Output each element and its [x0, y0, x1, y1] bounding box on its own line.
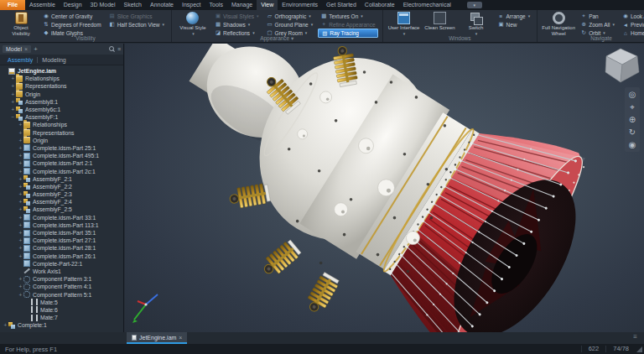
ribbon-item-previous[interactable]: ◄Previous▾ — [620, 20, 644, 29]
tree-item-assemblyf-2-4[interactable]: +AssemblyF_2:4 — [0, 198, 123, 206]
tree-item-component-pattern-3-1[interactable]: +Component Pattern 3:1 — [0, 275, 123, 283]
tree-item-assemblyf-2-2[interactable]: +AssemblyF_2:2 — [0, 183, 123, 190]
view-cube[interactable] — [604, 47, 641, 86]
ribbon-button-switch[interactable]: Switch▾ — [460, 12, 493, 38]
tab-bar-menu-icon[interactable]: ≡ — [633, 333, 637, 344]
browser-subtab-assembly[interactable]: Assembly — [3, 57, 37, 63]
tree-expander[interactable]: + — [18, 276, 23, 282]
zoom-icon[interactable]: ⊕ — [629, 115, 636, 124]
tree-item-mate-5[interactable]: Mate:5 — [0, 299, 123, 306]
tree-item-representations[interactable]: +Representations — [0, 129, 123, 137]
tree-item-complete-idsm-part-26-1[interactable]: +Complete.idsm-Part 26:1 — [0, 252, 123, 260]
ribbon-item-orthographic[interactable]: ▱Orthographic▾ — [264, 12, 316, 20]
navigation-wheel-icon[interactable]: ◎ — [629, 90, 636, 99]
ribbon-options-toggle[interactable]: ▾ — [467, 2, 482, 8]
tree-item-complete-idsm-part-113-1[interactable]: +Complete.idsm-Part 113:1 — [0, 221, 123, 229]
jet-engine-model[interactable] — [125, 44, 644, 333]
ribbon-item-half-section-view[interactable]: ◧Half Section View▾ — [106, 20, 167, 29]
browser-subtab-modeling[interactable]: Modeling — [37, 57, 70, 63]
tree-expander[interactable]: − — [10, 114, 16, 120]
tree-expander[interactable]: + — [18, 184, 23, 190]
tree-expander[interactable]: + — [18, 130, 23, 136]
ribbon-tab-view[interactable]: View — [257, 0, 278, 10]
tree-expander[interactable]: + — [18, 145, 23, 151]
tree-expander[interactable]: + — [10, 75, 16, 81]
tree-expander[interactable]: + — [18, 122, 23, 128]
tree-expander[interactable]: + — [18, 176, 23, 182]
tree-item-origin[interactable]: +Origin — [0, 91, 123, 98]
ribbon-item-new[interactable]: ▣New — [496, 20, 533, 29]
ribbon-tab-manage[interactable]: Manage — [227, 0, 257, 10]
tree-item-complete-1[interactable]: +Complete:1 — [0, 321, 123, 329]
tree-item-complete-idsm-part-33-1[interactable]: +Complete.idsm-Part 33:1 — [0, 214, 123, 221]
ribbon-tab-annotate[interactable]: Annotate — [146, 0, 178, 10]
ribbon-item-degrees-of-freedom[interactable]: ⇅Degrees of Freedom — [40, 20, 104, 29]
tree-item-assembly6c-1[interactable]: +Assembly6c:1 — [0, 106, 123, 113]
ribbon-tab-sketch[interactable]: Sketch — [120, 0, 146, 10]
tree-item-complete-idsm-part-25-1[interactable]: +Complete.idsm-Part 25:1 — [0, 144, 123, 152]
tree-item-complete-idsm-part-495-1[interactable]: +Complete.idsm-Part 495:1 — [0, 152, 123, 159]
tree-expander[interactable]: + — [18, 292, 23, 298]
orbit-icon[interactable]: ↻ — [629, 128, 636, 137]
ribbon-item-shadows[interactable]: ▦Shadows▾ — [212, 20, 262, 29]
ribbon-button-user-interface[interactable]: User Interface▾ — [387, 12, 421, 38]
close-icon[interactable]: × — [179, 335, 182, 341]
tree-expander[interactable]: + — [10, 107, 16, 112]
tree-expander[interactable]: + — [18, 169, 23, 174]
add-tab-button[interactable]: + — [34, 45, 38, 53]
browser-menu-icon[interactable]: ≡ — [117, 46, 121, 52]
tree-item-component-pattern-5-1[interactable]: +Component Pattern 5:1 — [0, 290, 123, 298]
ribbon-tab-collaborate[interactable]: Collaborate — [361, 0, 399, 10]
tree-item-assemblyf-1[interactable]: −AssemblyF:1 — [0, 113, 123, 121]
tree-expander[interactable]: + — [3, 322, 8, 328]
ribbon-tab-tools[interactable]: Tools — [205, 0, 227, 10]
ribbon-button-object-visibility[interactable]: Object Visibility — [4, 12, 38, 38]
tree-item-complete-idsm-part-35-1[interactable]: +Complete.idsm-Part 35:1 — [0, 229, 123, 237]
ribbon-item-zoom-all[interactable]: ⊕Zoom All▾ — [578, 20, 617, 29]
tree-expander[interactable]: + — [18, 160, 23, 166]
ribbon-button-visual-style[interactable]: Visual Style▾ — [176, 12, 210, 38]
look-at-icon[interactable]: ◉ — [629, 140, 636, 149]
pan-icon[interactable]: ⌖ — [630, 102, 635, 112]
tree-item-complete-idsm-part-2c-1[interactable]: +Complete.idsm-Part 2c:1 — [0, 167, 123, 174]
tree-expander[interactable]: + — [18, 230, 23, 236]
tree-expander[interactable]: + — [18, 138, 23, 143]
tree-item-complete-idsm-part-2-1[interactable]: +Complete.idsm-Part 2:1 — [0, 159, 123, 167]
tree-item-complete-part-22-1[interactable]: Complete-Part-22:1 — [0, 260, 123, 268]
tree-expander[interactable]: + — [18, 215, 23, 221]
ribbon-item-ground-plane[interactable]: ▭Ground Plane▾ — [264, 20, 316, 29]
ribbon-tab-environments[interactable]: Environments — [278, 0, 322, 10]
tree-expander[interactable]: + — [18, 245, 23, 251]
tree-item-origin[interactable]: +Origin — [0, 137, 123, 144]
document-tab-jetengine[interactable]: JetEngine.iam × — [127, 332, 187, 344]
tree-item-mate-6[interactable]: Mate:6 — [0, 306, 123, 314]
ribbon-tab-electromechanical[interactable]: Electromechanical — [399, 0, 455, 10]
ribbon-tab-design[interactable]: Design — [60, 0, 86, 10]
tree-item-assembly8-1[interactable]: +Assembly8:1 — [0, 98, 123, 106]
tree-item-assemblyf-2-1[interactable]: +AssemblyF_2:1 — [0, 175, 123, 183]
tree-item-work-axis1[interactable]: Work Axis1 — [0, 268, 123, 275]
file-menu-button[interactable]: File — [0, 0, 25, 10]
ribbon-tab-inspect[interactable]: Inspect — [178, 0, 205, 10]
ribbon-button-full-navigation-wheel[interactable]: Full Navigation Wheel▾ — [542, 12, 575, 38]
tree-expander[interactable]: + — [18, 199, 23, 205]
tree-item-assemblyf-2-5[interactable]: +AssemblyF_2:5 — [0, 206, 123, 213]
tree-expander[interactable]: + — [18, 284, 23, 289]
ribbon-tab-3d-model[interactable]: 3D Model — [86, 0, 120, 10]
ribbon-button-clean-screen[interactable]: Clean Screen — [423, 12, 457, 38]
tree-item-complete-idsm-part-28-1[interactable]: +Complete.idsm-Part 28:1 — [0, 244, 123, 252]
resize-grip[interactable] — [636, 346, 642, 352]
tree-expander[interactable]: + — [18, 222, 23, 228]
tree-item-assemblyf-2-3[interactable]: +AssemblyF_2:3 — [0, 190, 123, 198]
tree-expander[interactable]: + — [18, 237, 23, 243]
tree-item-relationships[interactable]: +Relationships — [0, 121, 123, 128]
ribbon-tab-get-started[interactable]: Get Started — [322, 0, 361, 10]
tree-expander[interactable]: + — [18, 206, 23, 212]
search-icon[interactable] — [109, 46, 115, 52]
tree-item-mate-7[interactable]: Mate:7 — [0, 314, 123, 321]
tree-expander[interactable]: + — [18, 191, 23, 197]
browser-tab-model[interactable]: Model × — [3, 45, 31, 53]
ribbon-item-center-of-gravity[interactable]: ◉Center of Gravity — [40, 12, 104, 20]
ribbon-tab-assemble[interactable]: Assemble — [25, 0, 60, 10]
tree-expander[interactable]: + — [18, 153, 23, 159]
